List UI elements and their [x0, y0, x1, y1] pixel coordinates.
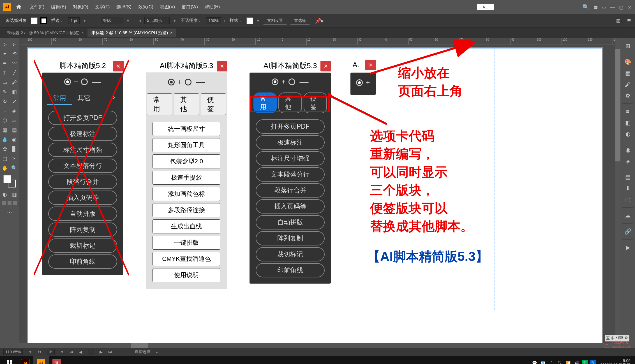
mesh-tool[interactable]: ▦ — [0, 125, 10, 135]
menu-window[interactable]: 窗口(W) — [182, 4, 198, 10]
tray-chevron-up-icon[interactable]: ˄ — [548, 360, 555, 364]
links-panel-icon[interactable]: 🔗 — [623, 226, 633, 237]
doc-setup-button[interactable]: 文档设置 — [263, 17, 287, 25]
style-swatch[interactable] — [246, 17, 253, 24]
hand-tool[interactable]: ✋ — [0, 163, 10, 173]
artboard-nav-last[interactable]: ⏭ — [108, 350, 112, 354]
rotate-icon[interactable]: ↻ — [38, 350, 41, 354]
symbols-panel-icon[interactable]: ✿ — [623, 91, 633, 101]
lasso-tool[interactable]: ⟲ — [10, 49, 19, 59]
direct-selection-tool[interactable]: ▹ — [10, 40, 19, 49]
doc-tab-2[interactable]: 未标题-2 @ 110.65 % (CMYK/CPU 预览) × — [87, 29, 176, 37]
uniform-select[interactable]: 等比 — [101, 17, 123, 24]
brush-tool[interactable]: 🖌 — [10, 78, 19, 87]
pen-tool[interactable]: ✒ — [0, 59, 10, 68]
artboard-nav-first[interactable]: ⏮ — [70, 350, 73, 354]
taskbar-clock[interactable]: 9:06 2023/8/13 星期日 — [597, 359, 633, 364]
tray-icon-2[interactable]: 📧 — [540, 360, 546, 364]
slice-tool[interactable]: ✂ — [10, 154, 19, 163]
symbol-sprayer-tool[interactable]: ✿ — [0, 144, 10, 154]
play-icon[interactable]: ▶ — [623, 242, 633, 252]
menu-help[interactable]: 帮助(H) — [205, 4, 220, 10]
scale-tool[interactable]: ⤢ — [10, 97, 19, 106]
graph-tool[interactable]: ▊ — [10, 144, 19, 154]
task-app-3[interactable]: § — [49, 356, 64, 364]
close-icon[interactable]: ✕ — [628, 5, 632, 9]
ime-indicator-2[interactable]: 五 — [590, 360, 596, 364]
free-transform-tool[interactable]: ◈ — [10, 106, 19, 116]
minimize-icon[interactable]: — — [610, 5, 615, 9]
line-tool[interactable]: ╱ — [10, 68, 19, 78]
zoom-tool[interactable]: 🔍 — [10, 163, 19, 173]
menu-object[interactable]: 对象(O) — [73, 4, 88, 10]
canvas[interactable]: -100-90-80-70-60-50-40-30-20-10010203040… — [19, 38, 620, 348]
shaper-tool[interactable]: ✎ — [0, 87, 10, 97]
rotate-tool[interactable]: ↻ — [0, 97, 10, 106]
eraser-tool[interactable]: ◧ — [10, 87, 19, 97]
panel-menu-icon[interactable]: ☰ — [627, 18, 631, 23]
ime-settings-icon[interactable]: ⚙ — [625, 336, 628, 341]
radio-off-icon[interactable] — [81, 78, 88, 85]
layers-panel-icon[interactable]: ▤ — [623, 172, 633, 182]
graphic-styles-panel-icon[interactable]: ◈ — [623, 156, 633, 166]
ime-icon[interactable]: 五 — [606, 336, 610, 341]
menu-edit[interactable]: 编辑(E) — [51, 4, 66, 10]
artboards-panel-icon[interactable]: ▢ — [623, 194, 633, 205]
gradient-mode-icon[interactable]: ▥ — [10, 190, 19, 199]
appearance-panel-icon[interactable]: ◉ — [623, 145, 633, 155]
prefs-button[interactable]: 首选项 — [290, 17, 310, 25]
brush-select[interactable]: 5 点圆形 — [144, 17, 170, 24]
transparency-panel-icon[interactable]: ◐ — [623, 129, 633, 139]
radio-on-icon[interactable] — [64, 78, 71, 85]
brushes-panel-icon[interactable]: 🖌 — [623, 79, 633, 89]
start-button[interactable] — [2, 356, 17, 364]
tray-volume-icon[interactable]: 🔊 — [573, 360, 580, 364]
zoom-field[interactable]: 110.65% — [3, 349, 23, 355]
blend-tool[interactable]: ◉ — [10, 135, 19, 144]
task-illustrator-2[interactable]: Ai — [33, 356, 49, 364]
tab-common[interactable]: 常用 — [47, 92, 72, 105]
menu-select[interactable]: 选择(S) — [116, 4, 131, 10]
ime-bar[interactable]: 五 中 • ⌨ ⚙ — [605, 335, 629, 342]
ime-width-icon[interactable]: ⌨ — [618, 336, 624, 341]
stroke-swatch[interactable] — [40, 17, 47, 24]
menu-effect[interactable]: 效果(C) — [138, 4, 153, 10]
stroke-panel-icon[interactable]: ≡ — [623, 106, 633, 117]
align-icon[interactable]: ▥ — [616, 18, 620, 23]
rectangle-tool[interactable]: ▭ — [0, 78, 10, 87]
menu-view[interactable]: 视图(V) — [160, 4, 175, 10]
libraries-panel-icon[interactable]: ☁ — [623, 210, 633, 221]
artboard-nav-prev[interactable]: ◀ — [79, 350, 82, 354]
selection-tool[interactable]: ▷ — [0, 40, 10, 49]
tray-network-icon[interactable]: 📶 — [565, 360, 572, 364]
edit-toolbar-icon[interactable]: ⋯ — [5, 208, 14, 217]
ime-lang-icon[interactable]: 中 — [611, 336, 615, 341]
properties-panel-icon[interactable]: ⊞ — [623, 41, 633, 51]
doc-tab-2-close[interactable]: × — [170, 31, 172, 35]
arrange-docs-icon[interactable]: ▭ — [602, 4, 606, 10]
width-tool[interactable]: ⟊ — [0, 106, 10, 116]
tab-other[interactable]: 其它 — [72, 92, 96, 105]
topright-mini-tab[interactable]: A... — [477, 4, 494, 10]
type-tool[interactable]: T — [0, 68, 10, 78]
workspace-switcher-icon[interactable]: ▦ — [594, 4, 598, 10]
menu-file[interactable]: 文件(F) — [30, 4, 44, 10]
perspective-tool[interactable]: ▱ — [10, 116, 19, 125]
doc-tab-1-close[interactable]: × — [82, 31, 84, 35]
search-icon[interactable]: 🔍 — [582, 4, 589, 10]
scrollbar-horizontal[interactable] — [19, 343, 620, 348]
magic-wand-tool[interactable]: ✦ — [0, 49, 10, 59]
fill-swatch[interactable] — [31, 17, 38, 24]
gradient-tool[interactable]: ▤ — [10, 125, 19, 135]
doc-tab-1[interactable]: 未标题-2.ai @ 50 % (CMYK/CPU 预览) × — [3, 29, 87, 37]
tray-security-icon[interactable]: 🛡 — [557, 360, 563, 364]
shape-builder-tool[interactable]: ⬡ — [0, 116, 10, 125]
task-illustrator-1[interactable]: Ai — [17, 356, 33, 364]
scrollbar-vertical[interactable] — [615, 38, 620, 348]
gradient-panel-icon[interactable]: ◧ — [623, 118, 633, 128]
tray-icon-1[interactable]: 💬 — [531, 360, 538, 364]
curvature-tool[interactable]: 〰 — [10, 59, 19, 68]
opacity-field[interactable]: 100% — [206, 17, 221, 24]
ime-indicator-1[interactable]: 中 — [582, 360, 588, 364]
asset-export-panel-icon[interactable]: ⬇ — [623, 183, 633, 193]
